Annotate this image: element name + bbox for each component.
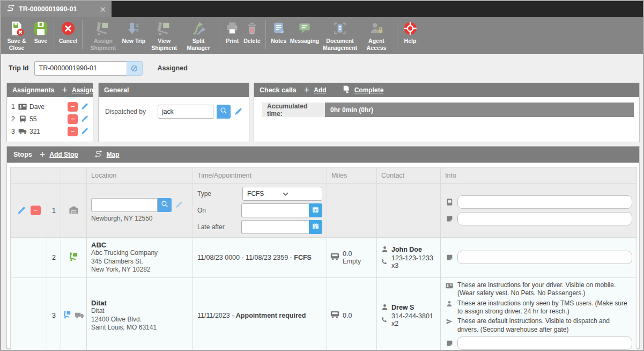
late-after-calendar-button[interactable] <box>309 220 322 234</box>
stop-reference-input[interactable] <box>457 195 632 209</box>
save-button[interactable]: Save <box>31 19 50 46</box>
view-shipment-button[interactable]: View Shipment <box>147 19 181 53</box>
dispatched-by-search-button[interactable] <box>217 105 231 119</box>
map-link[interactable]: Map <box>107 151 120 158</box>
check-calls-header: Check calls + Add Complete <box>254 83 639 97</box>
icon-column-header <box>61 167 87 184</box>
driver-instructions-text: These are instructions for your driver. … <box>457 281 632 298</box>
contact-name: John Doe <box>391 246 422 253</box>
chevron-down-icon <box>283 190 317 198</box>
complete-link[interactable]: Complete <box>354 86 384 94</box>
edit-pencil-icon[interactable] <box>80 103 88 111</box>
edit-pencil-disabled-icon <box>175 201 183 209</box>
help-label: Help <box>404 38 417 45</box>
mobile-icon <box>445 198 454 206</box>
stop-name: ABC <box>91 241 188 249</box>
location-column-header: Location <box>87 167 193 184</box>
late-after-date-input[interactable] <box>241 220 309 234</box>
note-icon <box>445 340 454 347</box>
edit-pencil-icon[interactable] <box>234 107 242 116</box>
agent-access-button[interactable]: Agent Access <box>359 19 394 53</box>
tab-bar: TR-0000001990-01 ✕ <box>1 1 643 17</box>
person-icon <box>380 246 389 253</box>
stop-row-1: – 1 Newburgh, NY 12550 Ty <box>11 184 637 238</box>
help-icon <box>402 20 418 37</box>
assignments-title: Assignments <box>12 86 55 94</box>
stop-company: Ditat <box>91 307 188 316</box>
cancel-label: Cancel <box>59 38 77 45</box>
tab-close-icon[interactable]: ✕ <box>99 5 106 13</box>
remove-stop-button[interactable]: – <box>31 206 41 215</box>
stop-note-input[interactable] <box>457 212 632 225</box>
messaging-label: Messaging <box>290 38 319 45</box>
assignment-row-driver: 1 Dave – <box>7 100 93 113</box>
toolbar-separator <box>265 20 266 49</box>
stop-type-value: FCFS <box>247 190 282 198</box>
stops-title: Stops <box>13 151 32 158</box>
toolbar: Save & Close Save Cancel Assign Shipment… <box>1 17 643 54</box>
plus-icon: + <box>304 85 310 95</box>
phone-icon <box>380 317 389 323</box>
truck-icon <box>18 115 27 123</box>
stop-note-input[interactable] <box>457 251 632 264</box>
assignment-number: 1 <box>11 103 16 111</box>
location-search-input[interactable] <box>91 198 158 212</box>
remove-assignment-button[interactable]: – <box>68 102 78 112</box>
truck-side-icon <box>75 311 84 320</box>
delete-button[interactable]: Delete <box>242 19 262 46</box>
document-management-icon <box>332 20 347 37</box>
dispatched-by-label: Dispatched by <box>105 108 154 115</box>
edit-pencil-icon[interactable] <box>17 206 26 215</box>
stop-note-input[interactable] <box>457 337 632 350</box>
time-column-header: Time/Appointment <box>193 167 327 184</box>
miles-truck-icon <box>330 311 339 320</box>
new-trip-button[interactable]: 19 New Trip <box>120 19 147 46</box>
trip-id-swap-button[interactable] <box>127 61 143 76</box>
add-check-call-link[interactable]: Add <box>314 86 326 94</box>
edit-pencil-icon[interactable] <box>80 115 88 123</box>
messaging-button[interactable]: Messaging <box>288 19 321 46</box>
save-close-button[interactable]: Save & Close <box>2 19 31 53</box>
split-manager-button[interactable]: Split Manager <box>181 19 216 53</box>
general-header: General <box>99 83 249 97</box>
complete-icon <box>343 85 350 96</box>
late-after-label: Late after <box>197 223 241 231</box>
stop-time-type: Appointment required <box>236 312 306 319</box>
agent-access-label: Agent Access <box>361 38 392 52</box>
assign-link[interactable]: Assign <box>72 86 93 94</box>
assignment-name: 55 <box>29 115 65 123</box>
assign-shipment-button[interactable]: Assign Shipment <box>86 19 120 53</box>
print-button[interactable]: Print <box>223 19 242 46</box>
delete-icon <box>245 20 259 37</box>
cancel-button[interactable]: Cancel <box>57 19 79 46</box>
remove-assignment-button[interactable]: – <box>68 114 78 124</box>
trip-status-badge: Assigned <box>158 64 188 72</box>
location-search-button[interactable] <box>158 198 172 212</box>
trip-id-row: Trip Id Assigned <box>1 54 643 82</box>
view-shipment-label: View Shipment <box>149 38 180 52</box>
trip-tab[interactable]: TR-0000001990-01 ✕ <box>1 1 112 17</box>
contact-phone: 314-244-3801 x2 <box>391 312 437 327</box>
on-date-input[interactable] <box>241 203 309 217</box>
check-calls-panel: Check calls + Add Complete Accumulated t… <box>254 83 640 142</box>
document-management-button[interactable]: Document Management <box>321 19 359 53</box>
edit-pencil-icon[interactable] <box>80 127 88 135</box>
remove-assignment-button[interactable]: – <box>68 127 78 136</box>
add-stop-link[interactable]: Add Stop <box>49 151 78 158</box>
trip-id-input[interactable] <box>34 61 127 76</box>
person-icon <box>380 304 389 311</box>
tms-instructions-text: These are instructions only seen by TMS … <box>457 299 632 316</box>
on-calendar-button[interactable] <box>309 203 322 217</box>
stop-time: 11/11/2023 - <box>197 312 236 319</box>
accumulated-time-bar: Accumulated time: 0hr 0min (0hr) <box>262 103 634 117</box>
help-button[interactable]: Help <box>401 19 420 46</box>
toolbar-separator <box>397 20 397 49</box>
stop-miles: 0.0 <box>343 250 361 258</box>
notes-button[interactable]: Notes <box>269 19 288 46</box>
assignment-number: 3 <box>11 128 16 135</box>
assignment-name: 321 <box>29 128 65 135</box>
check-calls-title: Check calls <box>260 86 297 94</box>
stop-row-3: 3 Ditat Ditat 12400 Olive Blvd. Saint Lo… <box>11 277 637 351</box>
stop-type-select[interactable]: FCFS <box>242 187 322 201</box>
dispatched-by-input[interactable] <box>158 105 213 119</box>
